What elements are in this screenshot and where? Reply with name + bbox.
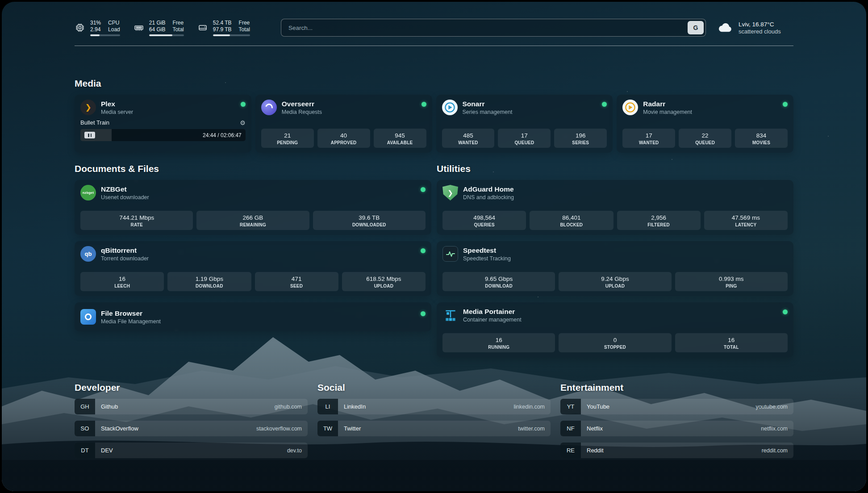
middle-columns: Documents & Files nzbgetNZBGetUsenet dow… bbox=[75, 163, 793, 357]
stat-value: 39.6 TB bbox=[315, 214, 424, 221]
disk-progress-bar bbox=[213, 34, 250, 36]
service-stats: 17WANTED22QUEUED834MOVIES bbox=[622, 129, 788, 148]
search-input[interactable] bbox=[283, 25, 688, 31]
status-dot bbox=[783, 309, 788, 314]
stat-label: SEED bbox=[257, 284, 337, 288]
bookmark-url: linkedin.com bbox=[514, 399, 551, 414]
service-description: Media server bbox=[101, 109, 133, 115]
bookmark-name: Github bbox=[95, 399, 118, 414]
service-card-overseerr[interactable]: OverseerrMedia Requests21PENDING40APPROV… bbox=[255, 95, 432, 153]
bookmark-abbr: SO bbox=[75, 421, 95, 436]
service-card-header: Media PortainerContainer management bbox=[442, 307, 788, 323]
weather-condition: scattered clouds bbox=[739, 28, 781, 35]
playback-bar[interactable]: 24:44 / 02:06:47 bbox=[80, 129, 246, 141]
service-card-media-portainer[interactable]: Media PortainerContainer management16RUN… bbox=[437, 302, 793, 357]
bookmark-dev[interactable]: DTDEVdev.to bbox=[75, 443, 308, 458]
stat-tile-download: 9.65 GbpsDOWNLOAD bbox=[442, 272, 555, 291]
stat-value: 47.569 ms bbox=[706, 214, 786, 221]
bookmark-youtube[interactable]: YTYouTubeyoutube.com bbox=[560, 399, 793, 414]
stat-label: DOWNLOAD bbox=[169, 284, 249, 288]
service-card-sonarr[interactable]: SonarrSeries management485WANTED17QUEUED… bbox=[436, 95, 613, 153]
bookmark-github[interactable]: GHGithubgithub.com bbox=[75, 399, 308, 414]
stat-label: APPROVED bbox=[319, 140, 368, 145]
service-card-header: ❯PlexMedia server bbox=[80, 100, 246, 115]
service-card-adguard-home[interactable]: ❯AdGuard HomeDNS and adblocking498,564QU… bbox=[437, 180, 793, 235]
service-card-header: SonarrSeries management bbox=[442, 100, 607, 115]
stat-value: 485 bbox=[444, 132, 493, 139]
stat-value: 618.52 Mbps bbox=[344, 275, 424, 283]
stat-value: 945 bbox=[376, 132, 425, 139]
stat-tile-queued: 17QUEUED bbox=[498, 129, 551, 148]
stat-value: 834 bbox=[737, 132, 786, 139]
bookmark-abbr: YT bbox=[560, 399, 581, 414]
service-stats: 16RUNNING0STOPPED16TOTAL bbox=[442, 333, 788, 352]
bookmark-url: github.com bbox=[275, 399, 308, 414]
service-card-qbittorrent[interactable]: qbqBittorrentTorrent downloader16LEECH1.… bbox=[75, 241, 431, 296]
pause-button[interactable] bbox=[84, 132, 95, 138]
service-card-header: ❯AdGuard HomeDNS and adblocking bbox=[442, 185, 788, 201]
bookmark-linkedin[interactable]: LILinkedInlinkedin.com bbox=[317, 399, 551, 414]
service-card-speedtest[interactable]: SpeedtestSpeedtest Tracking9.65 GbpsDOWN… bbox=[437, 241, 793, 296]
bookmark-stackoverflow[interactable]: SOStackOverflowstackoverflow.com bbox=[75, 421, 308, 436]
service-card-nzbget[interactable]: nzbgetNZBGetUsenet downloader744.21 Mbps… bbox=[75, 180, 431, 235]
memory-readout: 21 GiB64 GiBFreeTotal bbox=[149, 20, 184, 36]
stat-label: WANTED bbox=[624, 140, 673, 145]
service-name: Plex bbox=[101, 100, 133, 108]
disk-value: 52.4 TB bbox=[213, 20, 232, 26]
section-title-developer: Developer bbox=[75, 382, 308, 393]
service-card-file-browser[interactable]: File BrowserMedia File Management bbox=[75, 302, 431, 331]
weather-text: Lviv, 16.87°C scattered clouds bbox=[739, 21, 781, 35]
bookmark-reddit[interactable]: RERedditreddit.com bbox=[560, 443, 793, 458]
memory-label: Free bbox=[172, 20, 184, 26]
disk-progress-fill bbox=[213, 34, 230, 36]
stat-value: 9.24 Gbps bbox=[560, 275, 669, 283]
speedtest-icon bbox=[442, 246, 458, 262]
service-stats: 16LEECH1.19 GbpsDOWNLOAD471SEED618.52 Mb… bbox=[80, 272, 426, 291]
bookmark-url: reddit.com bbox=[762, 443, 793, 458]
bookmark-abbr: DT bbox=[75, 443, 95, 458]
utilities-grid: ❯AdGuard HomeDNS and adblocking498,564QU… bbox=[437, 180, 793, 357]
service-description: Usenet downloader bbox=[101, 194, 149, 201]
stat-label: TOTAL bbox=[677, 345, 786, 350]
service-card-radarr[interactable]: RadarrMovie management17WANTED22QUEUED83… bbox=[617, 95, 793, 153]
service-description: Media Requests bbox=[282, 109, 322, 115]
stat-tile-filtered: 2,956FILTERED bbox=[617, 211, 701, 230]
section-title-utilities: Utilities bbox=[437, 163, 793, 174]
bookmark-url: netflix.com bbox=[761, 421, 793, 436]
system-widget-cpu: 31%2.94CPULoad bbox=[75, 20, 120, 36]
service-name: Overseerr bbox=[282, 100, 322, 108]
snow-specks bbox=[2, 2, 3, 3]
section-title-documents-files: Documents & Files bbox=[75, 163, 431, 174]
service-name: Sonarr bbox=[463, 100, 513, 108]
stat-value: 2,956 bbox=[619, 214, 699, 221]
stat-label: STOPPED bbox=[560, 345, 669, 350]
bookmark-group-developer: DeveloperGHGithubgithub.comSOStackOverfl… bbox=[75, 382, 308, 458]
cpu-values: 31%2.94 bbox=[90, 20, 101, 33]
section-documents-files: Documents & Files nzbgetNZBGetUsenet dow… bbox=[75, 163, 431, 357]
search-provider-button[interactable]: G bbox=[688, 21, 704, 34]
service-card-plex[interactable]: ❯PlexMedia serverBullet Train⚙24:44 / 02… bbox=[75, 95, 251, 153]
stat-tile-leech: 16LEECH bbox=[80, 272, 164, 291]
status-dot bbox=[783, 102, 788, 107]
bookmark-twitter[interactable]: TWTwittertwitter.com bbox=[317, 421, 551, 436]
cpu-icon bbox=[75, 22, 85, 33]
service-name: NZBGet bbox=[101, 185, 149, 193]
memory-value: 64 GiB bbox=[149, 26, 166, 33]
stat-tile-ping: 0.993 msPING bbox=[675, 272, 788, 291]
sonarr-icon bbox=[442, 100, 458, 115]
bookmark-netflix[interactable]: NFNetflixnetflix.com bbox=[560, 421, 793, 436]
section-title-social: Social bbox=[317, 382, 551, 393]
memory-labels: FreeTotal bbox=[172, 20, 184, 33]
stat-tile-rate: 744.21 MbpsRATE bbox=[80, 211, 193, 230]
memory-icon bbox=[134, 22, 144, 33]
bookmark-list: YTYouTubeyoutube.comNFNetflixnetflix.com… bbox=[560, 399, 793, 458]
stat-label: QUEUED bbox=[500, 140, 549, 145]
cpu-readout: 31%2.94CPULoad bbox=[90, 20, 120, 36]
stat-label: FILTERED bbox=[619, 222, 699, 227]
status-dot bbox=[421, 102, 426, 107]
stat-label: SERIES bbox=[556, 140, 605, 145]
bookmark-group-entertainment: EntertainmentYTYouTubeyoutube.comNFNetfl… bbox=[560, 382, 793, 458]
settings-gear-icon[interactable]: ⚙ bbox=[240, 120, 246, 126]
bookmark-list: LILinkedInlinkedin.comTWTwittertwitter.c… bbox=[317, 399, 551, 436]
now-playing-row: Bullet Train⚙ bbox=[80, 119, 246, 126]
